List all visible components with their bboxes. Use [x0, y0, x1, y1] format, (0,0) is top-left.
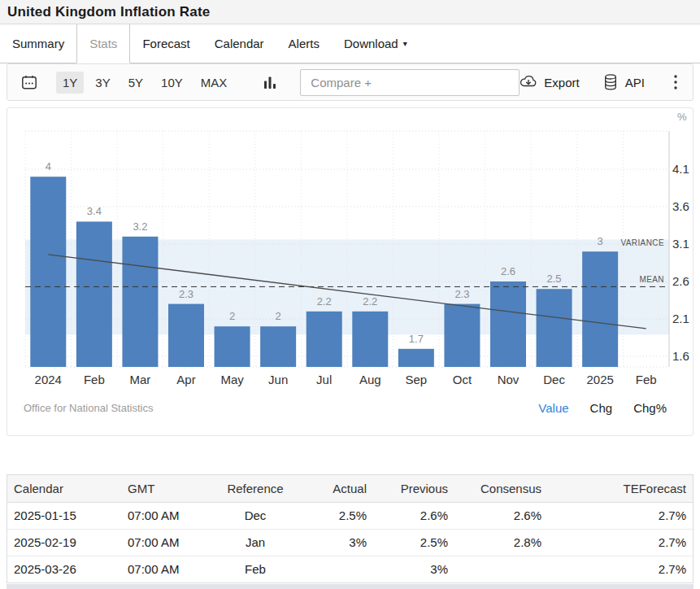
bar-value-label: 2.5	[547, 273, 562, 285]
bar-apr[interactable]	[168, 304, 204, 367]
range-max-button[interactable]: MAX	[194, 72, 234, 94]
table-cell: Jan	[211, 529, 300, 556]
column-header-reference: Reference	[211, 475, 300, 502]
chart-panel: 420243.4Feb3.2Mar2.3Apr2May2Jun2.2Jul2.2…	[7, 107, 693, 436]
table-cell: 2.5%	[373, 529, 454, 556]
table-row[interactable]: 2025-01-1507:00 AMDec2.5%2.6%2.6%2.7%	[7, 502, 693, 529]
bar-nov[interactable]	[490, 281, 526, 367]
x-tick-label: May	[220, 373, 244, 386]
mean-label: MEAN	[640, 275, 665, 284]
table-cell: 3%	[373, 556, 454, 582]
bar-2025[interactable]	[582, 251, 618, 367]
x-tick-label: Feb	[636, 373, 657, 386]
range-5y-button[interactable]: 5Y	[122, 72, 150, 94]
range-1y-button[interactable]: 1Y	[56, 72, 84, 94]
kebab-menu-icon	[673, 73, 678, 91]
table-cell: 2.7%	[548, 502, 693, 529]
table-cell: 07:00 AM	[121, 556, 211, 582]
bar-value-label: 2.3	[179, 288, 193, 300]
x-tick-label: 2025	[586, 373, 613, 386]
x-tick-label: Jun	[268, 373, 288, 386]
chart-series-switch: Value Chg Chg%	[538, 401, 667, 415]
tab-forecast[interactable]: Forecast	[130, 24, 202, 63]
variance-label: VARIANCE	[620, 238, 664, 247]
x-tick-label: Oct	[453, 373, 472, 386]
table-cell: 2.6%	[373, 502, 454, 529]
table-cell: 07:00 AM	[121, 529, 211, 556]
tab-calendar[interactable]: Calendar	[202, 24, 276, 63]
column-header-actual: Actual	[300, 475, 373, 502]
table-cell	[454, 556, 548, 582]
column-header-calendar: Calendar	[7, 475, 121, 502]
bar-value-label: 3.2	[133, 220, 147, 233]
bar-2024[interactable]	[30, 177, 66, 367]
range-3y-button[interactable]: 3Y	[89, 72, 116, 94]
table-cell: 2025-03-26	[7, 556, 121, 582]
table-row[interactable]: 2025-03-2607:00 AMFeb3%2.7%	[7, 556, 693, 582]
x-tick-label: Jul	[316, 373, 332, 386]
bar-oct[interactable]	[444, 304, 480, 367]
table-cell: 2.6%	[454, 502, 548, 529]
series-chgpct-link[interactable]: Chg%	[633, 401, 667, 415]
table-cell: 2.5%	[300, 502, 373, 529]
bar-feb[interactable]	[76, 221, 112, 367]
bar-value-label: 2.2	[317, 295, 332, 308]
chart-type-button[interactable]	[263, 71, 277, 94]
bar-value-label: 3	[598, 235, 603, 247]
page-title: United Kingdom Inflation Rate	[7, 4, 210, 20]
bar-dec[interactable]	[537, 289, 572, 367]
bar-value-label: 3.4	[87, 205, 102, 217]
caret-down-icon: ▾	[403, 39, 407, 48]
y-tick-label: 2.1	[672, 312, 689, 325]
table-cell: 2.7%	[548, 529, 693, 556]
bar-value-label: 2	[276, 310, 281, 322]
table-cell	[300, 556, 373, 582]
export-button[interactable]: Export	[520, 73, 579, 91]
x-tick-label: Sep	[406, 373, 428, 386]
inflation-bar-chart: 420243.4Feb3.2Mar2.3Apr2May2Jun2.2Jul2.2…	[7, 108, 693, 393]
title-bar: United Kingdom Inflation Rate	[0, 0, 700, 24]
chart-source: Office for National Statistics	[24, 402, 153, 414]
bar-may[interactable]	[215, 326, 250, 367]
column-header-gmt: GMT	[121, 475, 211, 502]
column-header-previous: Previous	[373, 475, 454, 502]
table-cell: 2.7%	[548, 556, 693, 582]
x-tick-label: Apr	[176, 373, 195, 386]
tab-stats[interactable]: Stats	[76, 24, 130, 63]
column-header-teforecast: TEForecast	[548, 475, 693, 502]
bar-chart-type-icon	[263, 75, 277, 90]
bar-value-label: 1.7	[409, 333, 424, 345]
bar-value-label: 2	[229, 310, 235, 322]
bar-jul[interactable]	[307, 312, 342, 367]
more-menu-button[interactable]	[667, 71, 684, 94]
table-cell: 2025-02-19	[7, 529, 121, 556]
range-10y-button[interactable]: 10Y	[154, 72, 189, 94]
series-chg-link[interactable]: Chg	[590, 401, 613, 415]
bar-aug[interactable]	[352, 312, 388, 367]
tab-download[interactable]: Download ▾	[332, 24, 420, 63]
y-tick-label: 3.1	[672, 237, 689, 251]
calendar-table: CalendarGMTReferenceActualPreviousConsen…	[7, 475, 693, 582]
toolbar-right: Export API	[520, 71, 684, 94]
x-tick-label: Dec	[543, 373, 565, 386]
bar-sep[interactable]	[398, 349, 434, 367]
bar-mar[interactable]	[122, 237, 158, 367]
api-button[interactable]: API	[602, 73, 645, 91]
bar-value-label: 4	[46, 160, 51, 172]
tab-bar: Summary Stats Forecast Calendar Alerts D…	[0, 24, 700, 63]
range-selector: 1Y 3Y 5Y 10Y MAX	[56, 72, 233, 94]
table-row[interactable]: 2025-02-1907:00 AMJan3%2.5%2.8%2.7%	[7, 529, 693, 556]
date-range-button[interactable]	[20, 71, 38, 94]
x-tick-label: Aug	[359, 373, 381, 386]
bar-value-label: 2.2	[363, 295, 377, 308]
compare-box	[300, 69, 520, 96]
tab-summary[interactable]: Summary	[0, 24, 76, 63]
y-tick-label: 4.1	[672, 162, 689, 176]
series-value-link[interactable]: Value	[538, 401, 568, 415]
bar-jun[interactable]	[260, 326, 296, 367]
next-section-edge	[7, 584, 693, 589]
y-tick-label: 3.6	[672, 199, 689, 213]
compare-input[interactable]	[300, 69, 520, 96]
tab-alerts[interactable]: Alerts	[276, 24, 332, 63]
table-cell: 07:00 AM	[121, 502, 211, 529]
